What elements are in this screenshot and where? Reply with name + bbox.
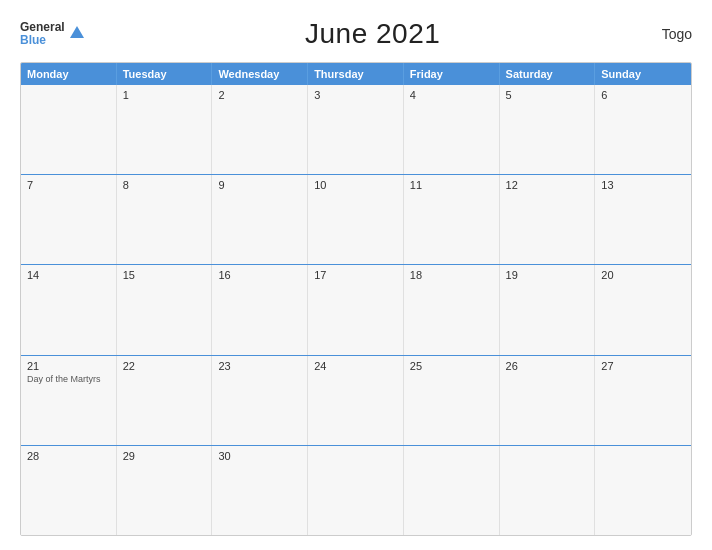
col-wednesday: Wednesday [212,63,308,85]
table-row: 3 [308,85,404,174]
col-tuesday: Tuesday [117,63,213,85]
day-number: 11 [410,179,493,191]
calendar-title: June 2021 [305,18,440,50]
day-number: 26 [506,360,589,372]
day-number: 3 [314,89,397,101]
calendar-week-3: 14151617181920 [21,264,691,354]
table-row: 25 [404,356,500,445]
table-row: 30 [212,446,308,535]
col-monday: Monday [21,63,117,85]
day-number: 29 [123,450,206,462]
table-row: 20 [595,265,691,354]
table-row: 14 [21,265,117,354]
table-row: 16 [212,265,308,354]
day-number: 4 [410,89,493,101]
calendar-page: General Blue June 2021 Togo Monday Tuesd… [0,0,712,550]
day-number: 18 [410,269,493,281]
table-row: 9 [212,175,308,264]
day-number: 7 [27,179,110,191]
logo: General Blue [20,21,84,47]
table-row [595,446,691,535]
table-row: 6 [595,85,691,174]
table-row: 23 [212,356,308,445]
col-sunday: Sunday [595,63,691,85]
day-number: 23 [218,360,301,372]
table-row [500,446,596,535]
day-number: 8 [123,179,206,191]
table-row: 7 [21,175,117,264]
table-row: 28 [21,446,117,535]
calendar-week-1: 123456 [21,85,691,174]
col-friday: Friday [404,63,500,85]
table-row: 12 [500,175,596,264]
table-row: 27 [595,356,691,445]
table-row [404,446,500,535]
day-number: 14 [27,269,110,281]
day-number: 6 [601,89,685,101]
day-number: 12 [506,179,589,191]
table-row: 10 [308,175,404,264]
table-row [308,446,404,535]
day-number: 9 [218,179,301,191]
day-number: 20 [601,269,685,281]
table-row: 22 [117,356,213,445]
day-number: 27 [601,360,685,372]
table-row: 26 [500,356,596,445]
calendar-week-2: 78910111213 [21,174,691,264]
day-number: 13 [601,179,685,191]
table-row: 19 [500,265,596,354]
logo-triangle-icon [70,26,84,38]
day-number: 28 [27,450,110,462]
table-row: 5 [500,85,596,174]
table-row: 8 [117,175,213,264]
calendar-header-row: Monday Tuesday Wednesday Thursday Friday… [21,63,691,85]
table-row: 17 [308,265,404,354]
calendar-body: 123456789101112131415161718192021Day of … [21,85,691,535]
day-number: 21 [27,360,110,372]
day-number: 19 [506,269,589,281]
table-row: 18 [404,265,500,354]
table-row: 15 [117,265,213,354]
table-row: 4 [404,85,500,174]
table-row: 2 [212,85,308,174]
day-number: 30 [218,450,301,462]
day-number: 22 [123,360,206,372]
country-label: Togo [662,26,692,42]
day-number: 5 [506,89,589,101]
table-row [21,85,117,174]
day-number: 25 [410,360,493,372]
logo-blue-text: Blue [20,34,65,47]
table-row: 1 [117,85,213,174]
day-number: 15 [123,269,206,281]
table-row: 13 [595,175,691,264]
day-number: 16 [218,269,301,281]
day-number: 1 [123,89,206,101]
day-number: 17 [314,269,397,281]
calendar-week-4: 21Day of the Martyrs222324252627 [21,355,691,445]
holiday-label: Day of the Martyrs [27,374,110,385]
calendar-week-5: 282930 [21,445,691,535]
day-number: 24 [314,360,397,372]
col-thursday: Thursday [308,63,404,85]
col-saturday: Saturday [500,63,596,85]
table-row: 11 [404,175,500,264]
page-header: General Blue June 2021 Togo [20,18,692,50]
day-number: 2 [218,89,301,101]
table-row: 29 [117,446,213,535]
table-row: 21Day of the Martyrs [21,356,117,445]
table-row: 24 [308,356,404,445]
calendar-grid: Monday Tuesday Wednesday Thursday Friday… [20,62,692,536]
day-number: 10 [314,179,397,191]
